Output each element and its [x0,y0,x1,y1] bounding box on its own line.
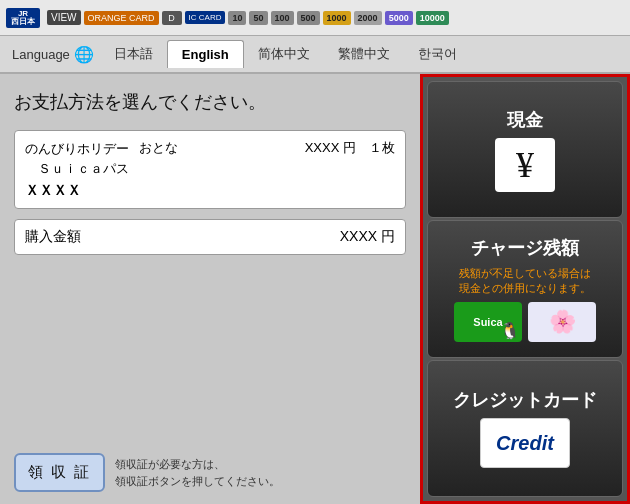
coin-500-button[interactable]: 500 [297,11,320,25]
main-area: お支払方法を選んでください。 のんびりホリデー Ｓｕｉｃａパス おとな XXXX… [0,74,630,504]
bottom-left-area: 領 収 証 領収証が必要な方は、 領収証ボタンを押してください。 [14,453,280,492]
product-qty-price: XXXX 円 １枚 [305,139,395,157]
card-logos: Suica 🐧 🌸 [454,302,596,342]
lang-tab-traditional-chinese[interactable]: 繁體中文 [324,39,404,69]
yen-icon: ¥ [495,138,555,192]
suica-logo: Suica 🐧 [454,302,522,342]
coin-2000-button[interactable]: 2000 [354,11,382,25]
charge-note-line2: 現金との併用になります。 [459,282,591,294]
welcome-flowers-icon: 🌸 [549,309,576,335]
view-button[interactable]: VIEW [47,10,81,25]
product-info-box: のんびりホリデー Ｓｕｉｃａパス おとな XXXX 円 １枚 ＸＸＸＸ [14,130,406,209]
credit-title: クレジットカード [453,388,597,412]
jr-logo: JR 西日本 [6,8,40,28]
credit-icon: Credit [480,418,570,468]
ic-card-button[interactable]: IC CARD [185,11,226,24]
left-panel: お支払方法を選んでください。 のんびりホリデー Ｓｕｉｃａパス おとな XXXX… [0,74,420,504]
globe-icon: 🌐 [74,45,94,64]
yen-symbol: ¥ [516,144,534,186]
jr-sub-text: 西日本 [11,18,35,26]
payment-panel: 現金 ¥ チャージ残額 残額が不足している場合は 現金との併用になります。 Su… [420,74,630,504]
purchase-label: 購入金額 [25,228,81,246]
instruction-text: お支払方法を選んでください。 [14,90,406,114]
cash-title: 現金 [507,108,543,132]
credit-card-button[interactable]: クレジットカード Credit [427,360,623,497]
suica-logo-text: Suica [473,316,502,328]
top-bar: JR 西日本 VIEW ORANGE CARD D IC CARD 10 50 … [0,0,630,36]
receipt-button[interactable]: 領 収 証 [14,453,105,492]
coin-1000-button[interactable]: 1000 [323,11,351,25]
language-bar: Language 🌐 日本語 English 简体中文 繁體中文 한국어 [0,36,630,74]
charge-balance-button[interactable]: チャージ残額 残額が不足している場合は 現金との併用になります。 Suica 🐧… [427,220,623,357]
product-top-row: のんびりホリデー Ｓｕｉｃａパス おとな XXXX 円 １枚 [25,139,395,178]
coin-100-button[interactable]: 100 [271,11,294,25]
purchase-box: 購入金額 XXXX 円 [14,219,406,255]
credit-label: Credit [496,432,554,455]
orange-card-button[interactable]: ORANGE CARD [84,11,159,25]
charge-note-line1: 残額が不足している場合は [459,267,591,279]
product-type: おとな [139,139,178,157]
receipt-note-line1: 領収証が必要な方は、 [115,456,280,473]
charge-title: チャージ残額 [471,236,579,260]
lang-tab-japanese[interactable]: 日本語 [100,39,167,69]
charge-subtitle: 残額が不足している場合は 現金との併用になります。 [459,266,591,297]
suica-penguin-icon: 🐧 [500,321,520,340]
product-name: のんびりホリデー Ｓｕｉｃａパス [25,139,129,178]
cash-payment-button[interactable]: 現金 ¥ [427,81,623,218]
coin-10000-button[interactable]: 10000 [416,11,449,25]
lang-tab-simplified-chinese[interactable]: 简体中文 [244,39,324,69]
language-label: Language 🌐 [12,45,94,64]
coin-50-button[interactable]: 50 [249,11,267,25]
lang-tab-english[interactable]: English [167,40,244,68]
coin-10-button[interactable]: 10 [228,11,246,25]
d-button[interactable]: D [162,11,182,25]
language-text: Language [12,47,70,62]
receipt-note-line2: 領収証ボタンを押してください。 [115,473,280,490]
coin-5000-button[interactable]: 5000 [385,11,413,25]
product-id: ＸＸＸＸ [25,182,395,200]
purchase-amount: XXXX 円 [340,228,395,246]
receipt-note: 領収証が必要な方は、 領収証ボタンを押してください。 [115,456,280,489]
welcome-suica-logo: 🌸 [528,302,596,342]
lang-tab-korean[interactable]: 한국어 [404,39,471,69]
